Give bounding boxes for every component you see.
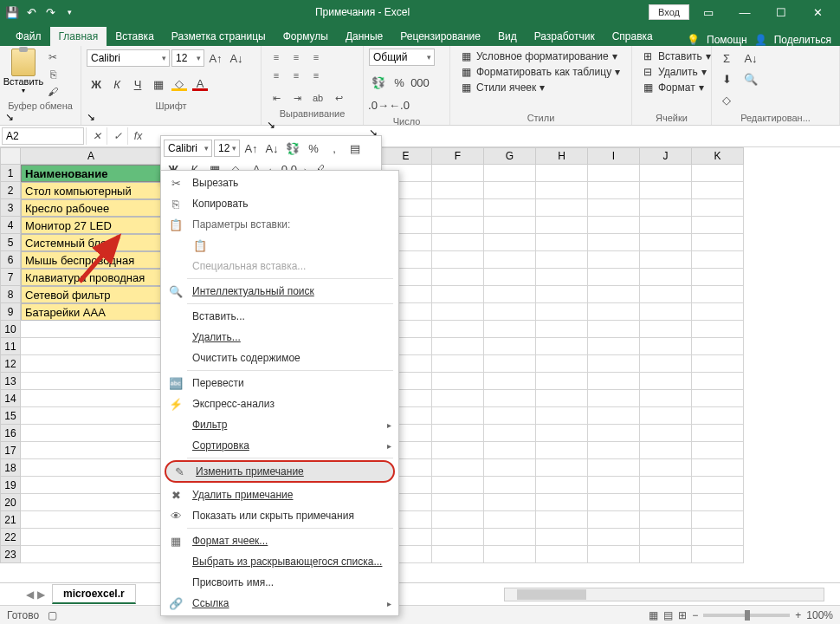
tab-formulas[interactable]: Формулы	[275, 27, 337, 46]
cell-J23[interactable]	[640, 546, 692, 563]
ctx-delete-comment[interactable]: ✖Удалить примечание	[161, 484, 398, 505]
ribbon-options-icon[interactable]: ▭	[691, 2, 726, 23]
cell-F4[interactable]	[432, 217, 484, 234]
cell-K8[interactable]	[692, 286, 744, 303]
cell-H1[interactable]	[536, 165, 588, 182]
row-header-2[interactable]: 2	[0, 182, 21, 199]
cell-F2[interactable]	[432, 182, 484, 199]
cell-A12[interactable]	[21, 355, 162, 373]
cell-H21[interactable]	[536, 511, 588, 529]
row-header-20[interactable]: 20	[0, 494, 21, 511]
cell-G2[interactable]	[484, 182, 536, 199]
format-table-button[interactable]: ▦Форматировать как таблицу ▾	[456, 64, 624, 80]
cell-A20[interactable]	[21, 494, 162, 511]
cell-F22[interactable]	[432, 529, 484, 546]
cell-J5[interactable]	[640, 234, 692, 251]
cell-A4[interactable]: Монитор 27 LED	[21, 217, 162, 234]
cell-H13[interactable]	[536, 373, 588, 390]
cell-J15[interactable]	[640, 407, 692, 425]
cell-K4[interactable]	[692, 217, 744, 234]
cell-G16[interactable]	[484, 425, 536, 442]
sheet-nav-next-icon[interactable]: ▶	[37, 588, 45, 601]
cell-A6[interactable]: Мышь беспроводная	[21, 251, 162, 269]
cell-A17[interactable]	[21, 442, 162, 459]
row-header-5[interactable]: 5	[0, 234, 21, 251]
cell-I6[interactable]	[588, 251, 640, 269]
cell-A11[interactable]	[21, 338, 162, 355]
cell-G15[interactable]	[484, 407, 536, 425]
percent-icon[interactable]: %	[390, 73, 409, 92]
cell-K20[interactable]	[692, 494, 744, 511]
orientation-icon[interactable]: ab	[308, 89, 327, 107]
cell-F13[interactable]	[432, 373, 484, 390]
ctx-delete[interactable]: Удалить...	[161, 327, 398, 348]
cell-J9[interactable]	[640, 303, 692, 321]
row-header-6[interactable]: 6	[0, 251, 21, 269]
ctx-show-comments[interactable]: 👁Показать или скрыть примечания	[161, 505, 398, 526]
row-header-18[interactable]: 18	[0, 459, 21, 477]
align-left-icon[interactable]: ≡	[267, 67, 286, 84]
increase-indent-icon[interactable]: ⇥	[288, 89, 307, 107]
cell-K12[interactable]	[692, 355, 744, 373]
cell-F18[interactable]	[432, 459, 484, 477]
cell-A22[interactable]	[21, 529, 162, 546]
close-icon[interactable]: ✕	[800, 2, 835, 23]
enter-formula-icon[interactable]: ✓	[107, 127, 127, 145]
cell-I13[interactable]	[588, 373, 640, 390]
decrease-decimal-icon[interactable]: ←.0	[390, 95, 409, 114]
cancel-formula-icon[interactable]: ✕	[86, 127, 107, 145]
cell-A13[interactable]	[21, 373, 162, 390]
cell-A2[interactable]: Стол компьютерный	[21, 182, 162, 199]
view-break-icon[interactable]: ⊞	[678, 609, 687, 621]
cell-F20[interactable]	[432, 494, 484, 511]
tab-help[interactable]: Справка	[604, 27, 662, 46]
cell-I8[interactable]	[588, 286, 640, 303]
mini-currency-icon[interactable]: 💱	[283, 139, 302, 158]
fill-icon[interactable]: ⬇	[717, 69, 736, 88]
cell-G7[interactable]	[484, 269, 536, 286]
sheet-tab[interactable]: microexcel.r	[52, 584, 136, 604]
italic-button[interactable]: К	[107, 75, 126, 94]
col-header-K[interactable]: K	[692, 147, 744, 165]
cell-G3[interactable]	[484, 199, 536, 217]
cell-K23[interactable]	[692, 546, 744, 563]
cell-F9[interactable]	[432, 303, 484, 321]
mini-grow-font-icon[interactable]: A↑	[242, 139, 261, 158]
tab-view[interactable]: Вид	[489, 27, 526, 46]
shrink-font-icon[interactable]: A↓	[227, 49, 246, 68]
tab-data[interactable]: Данные	[337, 27, 391, 46]
cell-A5[interactable]: Системный блок	[21, 234, 162, 251]
cell-K21[interactable]	[692, 511, 744, 529]
spreadsheet-grid[interactable]: ABCDEFGHIJK 1234567891011121314151617181…	[0, 147, 840, 600]
row-header-14[interactable]: 14	[0, 390, 21, 407]
bold-button[interactable]: Ж	[87, 75, 106, 94]
cell-G11[interactable]	[484, 338, 536, 355]
font-color-button[interactable]: A	[191, 75, 210, 94]
cell-G8[interactable]	[484, 286, 536, 303]
cell-H17[interactable]	[536, 442, 588, 459]
ctx-translate[interactable]: 🔤Перевести	[161, 373, 398, 393]
zoom-level[interactable]: 100%	[806, 609, 833, 621]
cell-J21[interactable]	[640, 511, 692, 529]
zoom-slider[interactable]	[703, 614, 790, 617]
cell-J14[interactable]	[640, 390, 692, 407]
zoom-in-icon[interactable]: +	[795, 609, 801, 621]
cell-I2[interactable]	[588, 182, 640, 199]
align-top-icon[interactable]: ≡	[267, 49, 286, 66]
mini-shrink-font-icon[interactable]: A↓	[262, 139, 281, 158]
insert-cells-button[interactable]: ⊞Вставить ▾	[637, 49, 714, 64]
cell-A9[interactable]: Батарейки AAA	[21, 303, 162, 321]
ctx-format-cells[interactable]: ▦Формат ячеек...	[161, 530, 398, 551]
align-center-icon[interactable]: ≡	[287, 67, 306, 84]
ctx-cut[interactable]: ✂Вырезать	[161, 172, 398, 193]
cell-I18[interactable]	[588, 459, 640, 477]
cell-A3[interactable]: Кресло рабочее	[21, 199, 162, 217]
delete-cells-button[interactable]: ⊟Удалить ▾	[637, 64, 710, 80]
cell-F21[interactable]	[432, 511, 484, 529]
cell-J16[interactable]	[640, 425, 692, 442]
cell-F5[interactable]	[432, 234, 484, 251]
grow-font-icon[interactable]: A↑	[206, 49, 225, 68]
mini-comma-icon[interactable]: ,	[325, 139, 344, 158]
cell-J8[interactable]	[640, 286, 692, 303]
cell-F14[interactable]	[432, 390, 484, 407]
